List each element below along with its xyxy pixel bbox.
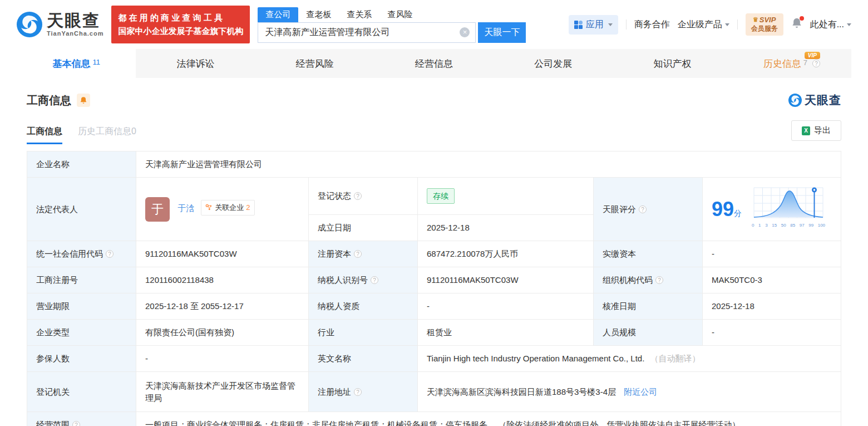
status-badge: 存续 <box>427 188 455 204</box>
company-type-value: 有限责任公司(国有独资) <box>136 320 309 346</box>
tab-label: 基本信息 <box>52 57 90 70</box>
industry-label: 行业 <box>309 320 418 346</box>
insured-label: 参保人数 <box>27 346 136 372</box>
search-tab-company[interactable]: 查公司 <box>258 7 298 22</box>
export-button[interactable]: 导出 <box>791 120 841 141</box>
table-row: 经营范围 一般项目：商业综合体管理服务；住房租赁；非居住房地产租赁；机械设备租赁… <box>27 412 841 426</box>
table-row: 营业期限 2025-12-18 至 2055-12-17 纳税人资质 - 核准日… <box>27 293 841 320</box>
company-type-label: 企业类型 <box>27 320 136 346</box>
score-axis-ticks: 01 315 5085 9799 100 <box>752 219 825 232</box>
reg-capital-label: 注册资本 <box>309 241 418 267</box>
user-account-menu[interactable]: 此处有... <box>810 19 851 31</box>
tab-operating-info[interactable]: 经营信息 <box>374 49 494 78</box>
reg-capital-value: 687472.210078万人民币 <box>418 241 594 267</box>
tianyancha-logo[interactable]: 天眼查 TianYanCha.com <box>17 12 103 37</box>
reg-authority-label: 登记机关 <box>27 372 136 412</box>
brand-domain: TianYanCha.com <box>47 30 103 37</box>
insured-value: - <box>136 346 309 372</box>
user-name: 此处有... <box>810 19 844 31</box>
company-name-value: 天津高新产业运营管理有限公司 <box>136 151 841 178</box>
tab-basic-info[interactable]: 基本信息 11 <box>17 49 136 78</box>
org-code-value: MAK50TC0-3 <box>703 267 841 293</box>
help-icon[interactable] <box>354 388 362 396</box>
score-distribution-chart: 01 315 5085 9799 100 <box>752 187 825 232</box>
staff-size-value: - <box>703 320 841 346</box>
clear-search-icon[interactable] <box>460 27 470 37</box>
tab-intellectual-property[interactable]: 知识产权 <box>613 49 732 78</box>
tab-label: 历史信息 <box>763 57 801 70</box>
tab-company-development[interactable]: 公司发展 <box>494 49 613 78</box>
svip-label: SVIP <box>760 16 776 24</box>
reg-authority-value: 天津滨海高新技术产业开发区市场监督管理局 <box>136 372 309 412</box>
export-label: 导出 <box>814 125 831 136</box>
tab-legal-proceedings[interactable]: 法律诉讼 <box>136 49 255 78</box>
nav-business-cooperation[interactable]: 商务合作 <box>634 19 670 31</box>
org-code-label: 组织机构代码 <box>594 267 703 293</box>
nav-enterprise-products[interactable]: 企业级产品 <box>678 19 729 31</box>
business-info-table: 企业名称 天津高新产业运营管理有限公司 法定代表人 于 于浛 关联企业 2 <box>27 151 841 426</box>
divider <box>737 19 738 30</box>
legal-rep-cell: 于 于浛 关联企业 2 <box>136 178 309 241</box>
search-tab-risk[interactable]: 查风险 <box>379 7 420 22</box>
help-icon[interactable] <box>106 250 114 258</box>
svip-membership-button[interactable]: ♛SVIP 会员服务 <box>746 13 783 36</box>
staff-size-label: 人员规模 <box>594 320 703 346</box>
table-row: 企业类型 有限责任公司(国有独资) 行业 租赁业 人员规模 - <box>27 320 841 346</box>
nearby-companies-link[interactable]: 附近公司 <box>624 387 657 396</box>
help-icon[interactable] <box>354 250 362 258</box>
table-row: 统一社会信用代码 91120116MAK50TC03W 注册资本 687472.… <box>27 241 841 267</box>
help-icon[interactable] <box>72 421 80 426</box>
tab-operating-risk[interactable]: 经营风险 <box>255 49 374 78</box>
crown-icon: ♛ <box>753 16 758 23</box>
reg-status-value: 存续 <box>418 178 594 215</box>
tab-label: 知识产权 <box>654 57 692 70</box>
top-header: 天眼查 TianYanCha.com 都 在 用 的 商 业 查 询 工 具 国… <box>0 0 868 49</box>
legal-rep-label: 法定代表人 <box>27 178 136 241</box>
help-icon[interactable] <box>655 276 663 284</box>
related-companies-badge[interactable]: 关联企业 2 <box>201 200 254 216</box>
apps-menu-button[interactable]: 应用 <box>569 15 618 35</box>
help-icon[interactable] <box>639 205 647 213</box>
business-term-value: 2025-12-18 至 2055-12-17 <box>136 293 309 320</box>
tab-history-info[interactable]: VIP 历史信息 7 <box>732 49 851 78</box>
subtab-history-business-info[interactable]: 历史工商信息0 <box>78 126 136 144</box>
subtab-business-info[interactable]: 工商信息 <box>27 126 62 144</box>
score-pin-marker <box>812 188 817 218</box>
vip-badge: VIP <box>805 52 820 59</box>
tab-label: 公司发展 <box>534 57 572 70</box>
search-tab-boss[interactable]: 查老板 <box>298 7 339 22</box>
table-row: 工商注册号 120116002118438 纳税人识别号 91120116MAK… <box>27 267 841 293</box>
paid-capital-label: 实缴资本 <box>594 241 703 267</box>
tab-label: 经营风险 <box>296 57 334 70</box>
help-icon[interactable] <box>354 192 362 200</box>
help-icon[interactable] <box>371 276 378 284</box>
section-title: 工商信息 <box>27 93 71 108</box>
notification-red-dot <box>800 16 804 21</box>
svip-sublabel: 会员服务 <box>751 24 778 33</box>
related-count: 2 <box>246 202 250 214</box>
table-row: 企业名称 天津高新产业运营管理有限公司 <box>27 151 841 178</box>
company-name-label: 企业名称 <box>27 151 136 178</box>
taxpayer-id-value: 91120116MAK50TC03W <box>418 267 594 293</box>
table-row: 法定代表人 于 于浛 关联企业 2 登记状态 存续 <box>27 178 841 215</box>
english-name-value: Tianjin High tech Industry Operation Man… <box>418 346 841 372</box>
excel-icon <box>802 126 810 135</box>
promo-line1: 都 在 用 的 商 业 查 询 工 具 <box>118 11 243 25</box>
subscribe-bell-button[interactable] <box>77 94 90 107</box>
table-row: 登记机关 天津滨海高新技术产业开发区市场监督管理局 注册地址 天津滨海高新区滨海… <box>27 372 841 412</box>
brand-name: 天眼查 <box>47 12 103 29</box>
tianyancha-watermark: 天眼查 <box>788 92 841 108</box>
business-scope-value: 一般项目：商业综合体管理服务；住房租赁；非居住房地产租赁；机械设备租赁；停车场服… <box>136 412 841 426</box>
establish-date-value: 2025-12-18 <box>418 215 594 241</box>
help-icon[interactable] <box>812 60 820 67</box>
search-tab-relation[interactable]: 查关系 <box>339 7 379 22</box>
score-label: 天眼评分 <box>594 178 703 241</box>
notification-bell-icon[interactable] <box>791 17 802 32</box>
approval-date-label: 核准日期 <box>594 293 703 320</box>
avatar[interactable]: 于 <box>145 197 170 222</box>
search-input[interactable] <box>258 27 460 37</box>
legal-rep-name-link[interactable]: 于浛 <box>177 203 194 213</box>
search-button[interactable]: 天眼一下 <box>478 22 526 43</box>
taxpayer-quality-value: - <box>418 293 594 320</box>
chevron-down-icon <box>608 23 613 26</box>
